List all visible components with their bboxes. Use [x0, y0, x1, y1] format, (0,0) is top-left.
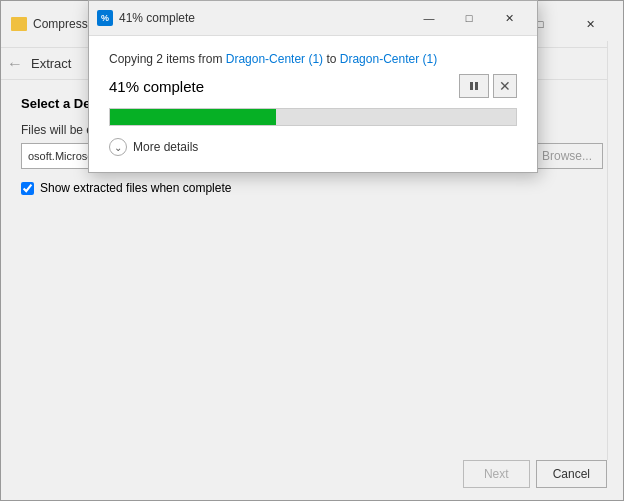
checkbox-row: Show extracted files when complete	[21, 181, 603, 195]
browse-button[interactable]: Browse...	[531, 143, 603, 169]
pause-button[interactable]	[459, 74, 489, 98]
more-details-row[interactable]: ⌄ More details	[109, 138, 517, 156]
bg-close-button[interactable]: ✕	[567, 9, 613, 39]
progress-title-left: % 41% complete	[97, 10, 195, 26]
folder-icon	[11, 17, 27, 31]
dest-link[interactable]: Dragon-Center (1)	[340, 52, 437, 66]
progress-maximize-button[interactable]: □	[449, 6, 489, 30]
svg-rect-1	[475, 82, 478, 90]
progress-dialog: % 41% complete — □ ✕ Copying 2 items fro…	[88, 0, 538, 173]
show-extracted-label: Show extracted files when complete	[40, 181, 231, 195]
progress-win-controls: — □ ✕	[409, 6, 529, 30]
progress-titlebar: % 41% complete — □ ✕	[89, 1, 537, 36]
progress-window-title: 41% complete	[119, 11, 195, 25]
more-details-label: More details	[133, 140, 198, 154]
source-link[interactable]: Dragon-Center (1)	[226, 52, 323, 66]
stop-button[interactable]: ✕	[493, 74, 517, 98]
progress-icon: %	[97, 10, 113, 26]
stop-icon: ✕	[499, 78, 511, 94]
to-text: to	[323, 52, 340, 66]
chevron-down-icon: ⌄	[109, 138, 127, 156]
next-button[interactable]: Next	[463, 460, 530, 488]
copying-text: Copying 2 items from Dragon-Center (1) t…	[109, 52, 517, 66]
progress-controls: ✕	[459, 74, 517, 98]
cancel-button[interactable]: Cancel	[536, 460, 607, 488]
progress-close-button[interactable]: ✕	[489, 6, 529, 30]
pause-icon	[468, 80, 480, 92]
percent-row: 41% complete ✕	[109, 74, 517, 98]
bottom-buttons: Next Cancel	[447, 448, 623, 500]
show-extracted-checkbox[interactable]	[21, 182, 34, 195]
back-button[interactable]: ←	[7, 55, 23, 73]
scrollbar	[607, 41, 623, 460]
copying-label: Copying 2 items from	[109, 52, 226, 66]
progress-bar-container	[109, 108, 517, 126]
progress-body: Copying 2 items from Dragon-Center (1) t…	[89, 36, 537, 172]
percent-label: 41% complete	[109, 78, 204, 95]
extract-header: Extract	[31, 56, 71, 71]
progress-minimize-button[interactable]: —	[409, 6, 449, 30]
progress-bar-fill	[110, 109, 276, 125]
svg-rect-0	[470, 82, 473, 90]
